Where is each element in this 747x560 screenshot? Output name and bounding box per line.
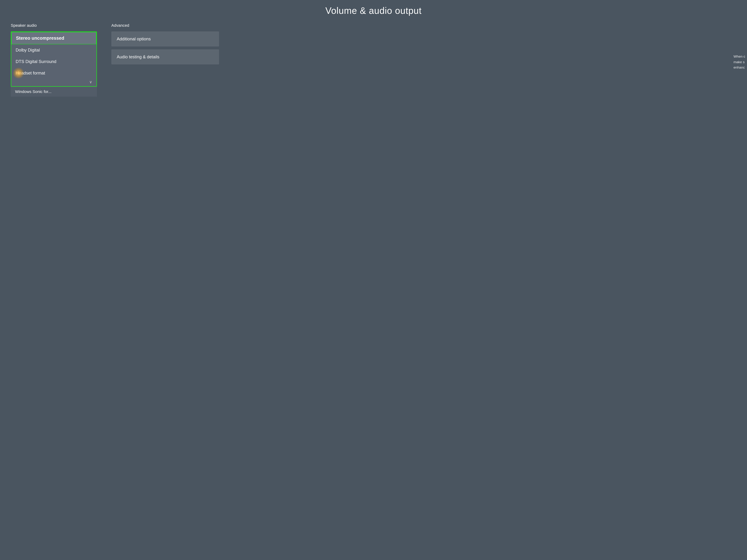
dropdown-item-dts[interactable]: DTS Digital Surround (11, 56, 97, 67)
chevron-row: ∨ (11, 79, 97, 86)
side-note: When c make s enhanc (733, 54, 747, 70)
audio-testing-button[interactable]: Audio testing & details (111, 49, 219, 64)
dropdown-item-dolby[interactable]: Dolby Digital (11, 44, 97, 56)
advanced-label: Advanced (111, 23, 736, 28)
page-container: Volume & audio output Speaker audio Ster… (0, 0, 747, 560)
left-section: Speaker audio Stereo uncompressed Dolby … (11, 23, 97, 97)
dropdown-item-stereo[interactable]: Stereo uncompressed (11, 32, 97, 44)
section-label-speaker-audio: Speaker audio (11, 23, 97, 28)
page-title: Volume & audio output (0, 5, 747, 16)
right-section: Advanced Additional options Audio testin… (111, 23, 736, 67)
speaker-audio-dropdown[interactable]: Stereo uncompressed Dolby Digital DTS Di… (11, 31, 97, 87)
chevron-down-icon: ∨ (89, 80, 92, 84)
main-content: Speaker audio Stereo uncompressed Dolby … (0, 20, 747, 100)
header-section: Volume & audio output (0, 0, 747, 20)
dropdown-item-headset[interactable]: Headset format (11, 67, 97, 79)
additional-options-button[interactable]: Additional options (111, 31, 219, 47)
dropdown-item-windows-sonic[interactable]: Windows Sonic for... (11, 87, 97, 97)
